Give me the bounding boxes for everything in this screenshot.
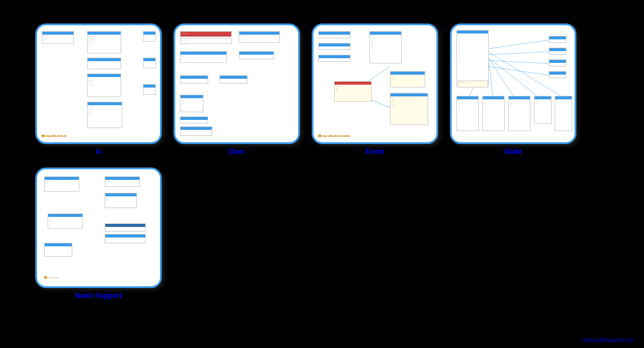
package-label-event: org.w3c.dom.events bbox=[318, 134, 350, 138]
thumb-canvas-ls: — —— —— — — —— —— —— —— — —— —— ——— — — … bbox=[35, 24, 162, 144]
thumb-canvas-event: —— ————— — ——— — —— —— ——— —— org.w3c.do… bbox=[312, 24, 438, 144]
svg-line-5 bbox=[488, 66, 549, 75]
thumb-label: Dom bbox=[229, 148, 245, 156]
svg-line-4 bbox=[488, 61, 549, 63]
thumb-canvas-node: ————————————— — — — ————— ———— ——— —— ——… bbox=[450, 24, 576, 144]
thumb-label: Event bbox=[365, 148, 385, 156]
thumb-event[interactable]: —— ————— — ——— — —— —— ——— —— org.w3c.do… bbox=[312, 24, 438, 156]
thumb-node-support[interactable]: — —— — — —— —— — — —— — — — Node Support bbox=[35, 168, 162, 300]
package-label-nodesupport: — — — bbox=[44, 276, 58, 279]
thumb-canvas-node-support: — —— — — —— —— — — —— — — — bbox=[35, 168, 162, 288]
thumb-label: ls bbox=[95, 148, 101, 156]
svg-line-7 bbox=[488, 58, 513, 96]
thumb-ls[interactable]: — —— —— — — —— —— —— —— — —— —— ——— — — … bbox=[35, 24, 162, 156]
svg-line-6 bbox=[488, 58, 537, 96]
thumb-label: Node Support bbox=[75, 292, 122, 300]
svg-line-8 bbox=[488, 58, 493, 96]
thumb-label: Node bbox=[505, 148, 522, 156]
thumbnail-grid: — —— —— — — —— —— —— —— — —— —— ——— — — … bbox=[0, 0, 644, 306]
thumb-dom[interactable]: — — — — — — — — — — ——— — Dom bbox=[173, 24, 300, 156]
footer-link[interactable]: www.falkhausen.de bbox=[583, 337, 633, 343]
svg-line-3 bbox=[488, 52, 549, 55]
svg-line-2 bbox=[488, 40, 549, 49]
thumb-canvas-dom: — — — — — — — — — — ——— — bbox=[173, 24, 300, 144]
package-label-ls: org.w3c.dom.ls bbox=[42, 134, 66, 138]
thumb-node[interactable]: ————————————— — — — ————— ———— ——— —— ——… bbox=[450, 24, 576, 156]
